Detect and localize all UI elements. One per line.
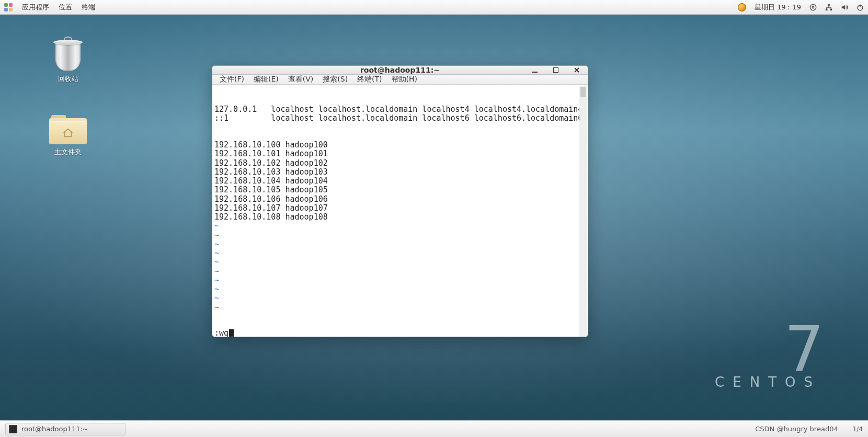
top-panel: 应用程序 位置 终端 星期日 19：19	[0, 0, 868, 15]
cursor-icon	[229, 329, 234, 337]
desktop-icon-trash[interactable]: 回收站	[42, 37, 94, 84]
terminal-icon	[9, 425, 17, 433]
vim-tilde-line: ~	[214, 294, 585, 303]
os-version: 7	[715, 324, 821, 374]
trash-icon	[53, 37, 83, 71]
menu-terminal[interactable]: 终端	[82, 3, 95, 12]
vim-tilde-line: ~	[214, 258, 585, 267]
menubar-help[interactable]: 帮助(H)	[392, 75, 417, 84]
terminal-line	[214, 123, 585, 132]
menubar-view[interactable]: 查看(V)	[288, 75, 314, 84]
menu-places[interactable]: 位置	[59, 3, 72, 12]
vim-tilde-line: ~	[214, 240, 585, 249]
volume-icon[interactable]	[841, 4, 848, 11]
vim-tilde-line: ~	[214, 285, 585, 294]
accessibility-icon[interactable]	[809, 4, 817, 11]
window-maximize-button[interactable]	[549, 65, 563, 77]
user-emoji-icon[interactable]	[738, 3, 746, 12]
power-icon[interactable]	[856, 4, 864, 11]
bottom-panel: root@hadoop111:~ CSDN @hungry bread04 1/…	[0, 420, 868, 437]
svg-point-1	[812, 6, 814, 8]
vim-tilde-line: ~	[214, 231, 585, 240]
terminal-line: 127.0.0.1 localhost localhost.localdomai…	[214, 105, 585, 114]
menubar-search[interactable]: 搜索(S)	[323, 75, 348, 84]
desktop-icon-home[interactable]: 主文件夹	[42, 115, 94, 157]
terminal-line: 192.168.10.101 hadoop101	[214, 150, 585, 158]
window-close-button[interactable]	[570, 65, 584, 77]
watermark-text: CSDN @hungry bread04	[755, 425, 838, 433]
window-title: root@hadoop111:~	[360, 66, 440, 74]
desktop-icon-home-label: 主文件夹	[54, 147, 82, 157]
folder-icon	[49, 115, 87, 144]
terminal-line: 192.168.10.102 hadoop102	[214, 159, 585, 168]
home-icon	[62, 128, 74, 138]
menu-applications[interactable]: 应用程序	[22, 3, 49, 12]
terminal-scrollbar[interactable]	[579, 86, 587, 337]
terminal-window: root@hadoop111:~ 文件(F) 编辑(E) 查看(V) 搜索(S)…	[212, 65, 588, 337]
window-minimize-button[interactable]	[528, 65, 542, 77]
clock[interactable]: 星期日 19：19	[755, 3, 801, 12]
terminal-line: 192.168.10.107 hadoop107	[214, 204, 585, 213]
os-brand: 7 CENTOS	[715, 324, 821, 390]
svg-rect-2	[828, 4, 830, 6]
svg-rect-3	[826, 8, 828, 10]
terminal-content[interactable]: 127.0.0.1 localhost localhost.localdomai…	[212, 85, 588, 337]
svg-point-0	[810, 4, 816, 10]
close-icon	[574, 67, 580, 73]
svg-rect-6	[532, 72, 538, 73]
vim-tilde-line: ~	[214, 222, 585, 231]
desktop-icons: 回收站 主文件夹	[42, 37, 94, 157]
vim-command-line[interactable]: :wq	[214, 329, 578, 337]
vim-tilde-line: ~	[214, 276, 585, 285]
terminal-line: 192.168.10.105 hadoop105	[214, 186, 585, 194]
taskbar-task-label: root@hadoop111:~	[21, 425, 88, 433]
vim-tilde-line: ~	[214, 303, 585, 312]
menubar-terminal[interactable]: 终端(T)	[357, 75, 382, 84]
terminal-line: 192.168.10.103 hadoop103	[214, 168, 585, 177]
workspace-pager[interactable]: 1/4	[853, 426, 863, 433]
terminal-line: 192.168.10.100 hadoop100	[214, 141, 585, 150]
window-titlebar[interactable]: root@hadoop111:~	[212, 66, 588, 75]
scroll-thumb[interactable]	[580, 87, 586, 97]
vim-command-text: :wq	[214, 329, 229, 337]
svg-rect-4	[830, 8, 832, 10]
terminal-line: 192.168.10.104 hadoop104	[214, 177, 585, 186]
os-name: CENTOS	[715, 374, 821, 390]
maximize-icon	[553, 67, 558, 73]
menubar-edit[interactable]: 编辑(E)	[254, 75, 279, 84]
applications-icon	[4, 3, 13, 12]
desktop-icon-trash-label: 回收站	[58, 74, 78, 84]
terminal-line	[214, 132, 585, 141]
terminal-line: ::1 localhost localhost.localdomain loca…	[214, 114, 585, 123]
taskbar-task-terminal[interactable]: root@hadoop111:~	[5, 423, 125, 435]
network-icon[interactable]	[825, 4, 832, 11]
vim-tilde-line: ~	[214, 267, 585, 276]
terminal-line: 192.168.10.106 hadoop106	[214, 195, 585, 204]
menubar-file[interactable]: 文件(F)	[220, 75, 244, 84]
vim-tilde-line: ~	[214, 249, 585, 258]
terminal-line: 192.168.10.108 hadoop108	[214, 213, 585, 222]
